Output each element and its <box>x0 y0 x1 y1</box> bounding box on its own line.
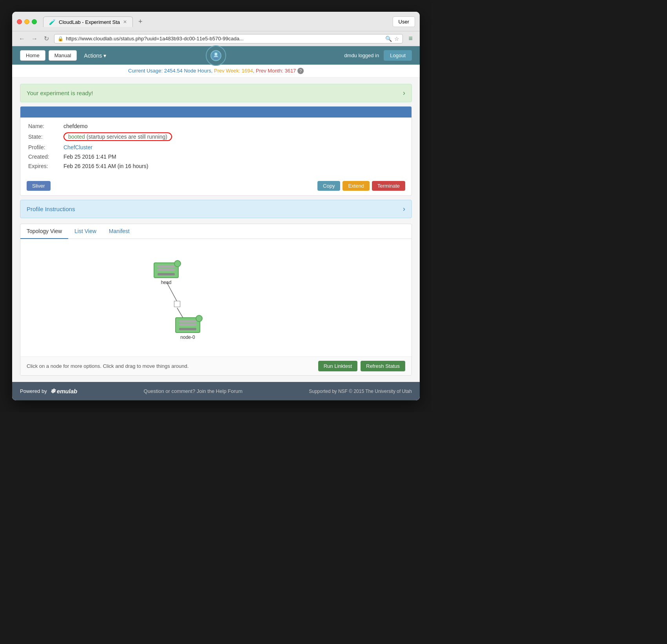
ready-chevron-icon: › <box>403 89 405 97</box>
usage-text: Current Usage: 2454.54 Node Hours, <box>128 68 212 74</box>
topology-switch-node[interactable] <box>174 301 180 307</box>
emulab-snowflake-icon: ❄ <box>50 387 55 395</box>
tab-icon: 🧪 <box>49 19 56 25</box>
experiment-details: Name: chefdemo State: booted (startup se… <box>20 118 411 178</box>
close-traffic-light[interactable] <box>17 19 22 24</box>
logo-icon <box>206 45 226 66</box>
browser-window: 🧪 CloudLab - Experiment Sta ✕ + User ← →… <box>12 12 420 400</box>
logged-in-user: dmdu logged in <box>344 52 379 58</box>
state-running-text: (startup services are still running) <box>87 134 167 140</box>
profile-value[interactable]: ChefCluster <box>63 144 92 150</box>
head-server-icon <box>158 265 175 275</box>
node0-server-line-1 <box>179 320 196 322</box>
new-tab-button[interactable]: + <box>134 16 147 28</box>
footer-support-text: Supported by NSF © 2015 The University o… <box>309 389 412 394</box>
name-label: Name: <box>28 123 63 129</box>
search-icon: 🔍 <box>385 36 392 42</box>
profile-instructions-banner[interactable]: Profile Instructions › <box>20 200 412 218</box>
tab-title: CloudLab - Experiment Sta <box>59 19 120 25</box>
topology-tabs: Topology View List View Manifest <box>20 224 411 239</box>
name-row: Name: chefdemo <box>28 123 404 129</box>
usage-help-icon[interactable]: ? <box>297 68 304 74</box>
node0-server-line-3 <box>179 328 196 330</box>
tab-manifest[interactable]: Manifest <box>103 224 136 239</box>
active-tab[interactable]: 🧪 CloudLab - Experiment Sta ✕ <box>43 16 133 27</box>
back-button[interactable]: ← <box>17 34 27 43</box>
copy-button[interactable]: Copy <box>317 181 340 191</box>
created-label: Created: <box>28 154 63 160</box>
emulab-logo: ❄ emulab <box>50 387 78 395</box>
app-footer: Powered by ❄ emulab Question or comment?… <box>12 382 420 400</box>
topology-hint-text: Click on a node for more options. Click … <box>27 363 188 369</box>
home-button[interactable]: Home <box>20 50 45 61</box>
address-bar[interactable]: 🔒 🔍 ☆ <box>54 34 403 43</box>
expires-value: Feb 26 2016 5:41 AM (in 16 hours) <box>63 163 148 169</box>
traffic-lights <box>17 19 37 24</box>
url-input[interactable] <box>66 36 383 42</box>
expires-row: Expires: Feb 26 2016 5:41 AM (in 16 hour… <box>28 163 404 169</box>
bookmark-icon: ☆ <box>394 36 399 42</box>
node0-server-line-2 <box>179 324 196 326</box>
server-line-1 <box>158 265 175 268</box>
actions-label: Actions <box>84 52 102 59</box>
head-node-label: head <box>161 280 172 285</box>
address-bar-row: ← → ↻ 🔒 🔍 ☆ ≡ <box>12 31 420 46</box>
comma1: , <box>253 68 254 74</box>
main-content: Your experiment is ready! › Name: chefde… <box>12 78 420 382</box>
state-row: State: booted (startup services are stil… <box>28 132 404 141</box>
server-line-3 <box>158 273 175 275</box>
minimize-traffic-light[interactable] <box>24 19 29 24</box>
browser-titlebar: 🧪 CloudLab - Experiment Sta ✕ + User <box>12 12 420 31</box>
emulab-name: emulab <box>57 388 78 394</box>
usage-bar: Current Usage: 2454.54 Node Hours, Prev … <box>12 65 420 78</box>
sliver-button[interactable]: Sliver <box>27 181 51 191</box>
top-navigation: Home Manual Actions ▾ dm <box>12 46 420 65</box>
nav-left: Home Manual Actions ▾ <box>20 50 110 61</box>
svg-rect-2 <box>214 57 218 59</box>
profile-row: Profile: ChefCluster <box>28 144 404 150</box>
actions-button[interactable]: Actions ▾ <box>80 51 110 61</box>
prev-week-usage: Prev Week: 1694 <box>214 68 253 74</box>
head-node-box[interactable] <box>154 262 179 278</box>
experiment-ready-banner[interactable]: Your experiment is ready! › <box>20 84 412 102</box>
footer-help-link[interactable]: Question or comment? Join the Help Forum <box>144 388 243 394</box>
node0-box[interactable] <box>175 317 200 333</box>
user-button[interactable]: User <box>393 16 415 27</box>
run-linktest-button[interactable]: Run Linktest <box>318 361 357 371</box>
state-booted-text: booted <box>68 134 85 140</box>
name-value: chefdemo <box>63 123 87 129</box>
manual-button[interactable]: Manual <box>49 50 77 61</box>
topology-buttons: Run Linktest Refresh Status <box>318 361 405 371</box>
maximize-traffic-light[interactable] <box>32 19 37 24</box>
reload-button[interactable]: ↻ <box>42 34 51 43</box>
topology-node-node0[interactable]: node-0 <box>175 317 200 340</box>
logout-button[interactable]: Logout <box>384 50 412 61</box>
tab-list-view[interactable]: List View <box>68 224 103 239</box>
topology-footer: Click on a node for more options. Click … <box>20 356 411 375</box>
extend-button[interactable]: Extend <box>343 181 369 191</box>
app-content: Home Manual Actions ▾ dm <box>12 46 420 400</box>
profile-instructions-text: Profile Instructions <box>27 206 75 212</box>
browser-menu-button[interactable]: ≡ <box>406 34 415 43</box>
tab-topology-view[interactable]: Topology View <box>20 224 68 239</box>
svg-point-1 <box>214 52 218 56</box>
state-annotation: booted (startup services are still runni… <box>63 132 172 141</box>
powered-by-text: Powered by <box>20 388 47 394</box>
browser-nav: ← → ↻ <box>17 34 51 43</box>
state-value: booted (startup services are still runni… <box>63 132 172 141</box>
terminate-button[interactable]: Terminate <box>372 181 405 191</box>
expires-label: Expires: <box>28 163 63 169</box>
profile-instructions-chevron-icon: › <box>403 205 405 213</box>
refresh-status-button[interactable]: Refresh Status <box>361 361 405 371</box>
topology-svg <box>20 239 411 356</box>
created-value: Feb 25 2016 1:41 PM <box>63 154 116 160</box>
tab-close-button[interactable]: ✕ <box>123 19 127 25</box>
topology-node-head[interactable]: head <box>154 262 179 285</box>
topology-section: Topology View List View Manifest <box>20 224 412 376</box>
experiment-card: Name: chefdemo State: booted (startup se… <box>20 106 412 196</box>
forward-button[interactable]: → <box>29 34 40 43</box>
tab-bar: 🧪 CloudLab - Experiment Sta ✕ + <box>43 16 390 28</box>
nav-logo <box>206 45 226 66</box>
server-line-2 <box>158 269 175 271</box>
card-actions: Sliver Copy Extend Terminate <box>20 178 411 195</box>
